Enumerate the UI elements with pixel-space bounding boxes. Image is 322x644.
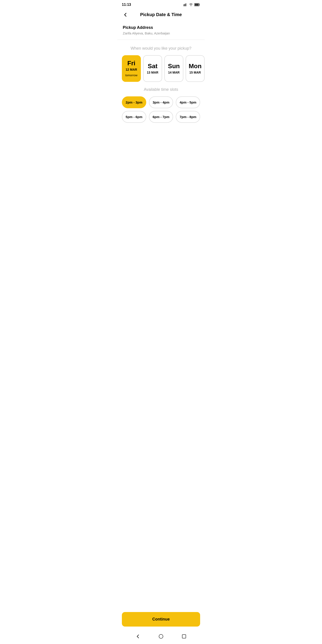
date-day-sun: Sun xyxy=(168,63,180,69)
status-time: 11:13 xyxy=(122,3,131,7)
status-icons xyxy=(184,3,200,6)
svg-rect-6 xyxy=(182,634,186,638)
back-button[interactable] xyxy=(122,11,129,18)
timeslot-grid: 2pm - 3pm 3pm - 4pm 4pm - 5pm 5pm - 6pm … xyxy=(122,96,200,123)
timeslots-label: Available time slots xyxy=(122,87,200,92)
pickup-label: Pickup Address xyxy=(123,25,199,30)
timeslot-3pm[interactable]: 3pm - 4pm xyxy=(149,96,173,108)
timeslot-5pm[interactable]: 5pm - 6pm xyxy=(122,111,146,123)
timeslot-7pm[interactable]: 7pm - 8pm xyxy=(176,111,200,123)
nav-home-icon[interactable] xyxy=(158,633,164,640)
svg-rect-0 xyxy=(184,4,184,6)
date-month-sun: 14 MAR xyxy=(168,71,180,74)
header: Pickup Date & Time xyxy=(118,8,204,21)
timeslot-6pm[interactable]: 6pm - 7pm xyxy=(149,111,173,123)
date-month-sat: 13 MAR xyxy=(147,71,158,74)
timeslot-section: Available time slots 2pm - 3pm 3pm - 4pm… xyxy=(118,87,204,123)
date-tag-fri: tomorrow xyxy=(125,74,137,77)
continue-section: Continue xyxy=(118,608,204,630)
timeslot-2pm[interactable]: 2pm - 3pm xyxy=(122,96,146,108)
date-day-sat: Sat xyxy=(148,63,158,69)
pickup-question: When would you like your pickup? xyxy=(118,40,204,55)
page-title: Pickup Date & Time xyxy=(140,12,182,17)
date-card-sat[interactable]: Sat 13 MAR xyxy=(143,55,162,82)
continue-button[interactable]: Continue xyxy=(122,612,200,626)
back-icon xyxy=(123,12,128,18)
date-card-fri[interactable]: Fri 12 MAR tomorrow xyxy=(122,55,141,82)
date-card-mon[interactable]: Mon 15 MAR xyxy=(186,55,204,82)
date-day-fri: Fri xyxy=(128,60,136,66)
date-selector: Fri 12 MAR tomorrow Sat 13 MAR Sun 14 MA… xyxy=(118,55,204,87)
svg-rect-4 xyxy=(195,4,199,6)
date-month-fri: 12 MAR xyxy=(126,68,137,71)
battery-icon xyxy=(194,3,200,6)
pickup-address: Zarifa Aliyeva, Baku, Azerbaijan xyxy=(123,31,199,35)
timeslot-4pm[interactable]: 4pm - 5pm xyxy=(176,96,200,108)
nav-bar xyxy=(118,630,204,644)
svg-point-5 xyxy=(159,634,163,638)
date-day-mon: Mon xyxy=(189,63,202,69)
date-month-mon: 15 MAR xyxy=(190,71,201,74)
svg-rect-2 xyxy=(186,3,186,6)
wifi-icon xyxy=(189,3,193,6)
date-card-sun[interactable]: Sun 14 MAR xyxy=(164,55,183,82)
nav-stop-icon[interactable] xyxy=(181,633,187,640)
pickup-section: Pickup Address Zarifa Aliyeva, Baku, Aze… xyxy=(118,21,204,40)
signal-icon xyxy=(184,3,188,6)
nav-back-icon[interactable] xyxy=(135,633,141,640)
status-bar: 11:13 xyxy=(118,0,204,8)
svg-rect-1 xyxy=(185,4,185,6)
